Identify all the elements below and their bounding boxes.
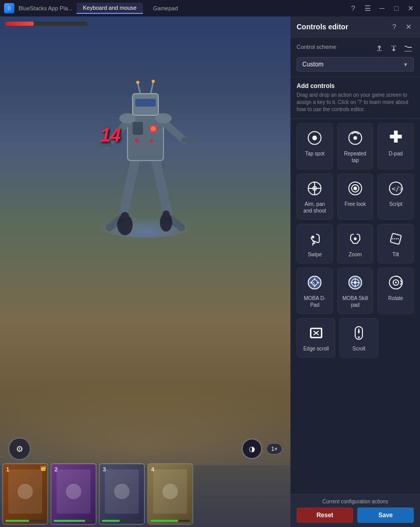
repeated-tap-icon [346, 129, 364, 147]
char-card-4[interactable]: 4 [147, 463, 193, 525]
svg-text:♣: ♣ [134, 136, 139, 144]
char-avatar-4 [162, 484, 178, 499]
char-num-3: 3 [103, 466, 106, 472]
char-hp-3 [102, 520, 142, 522]
control-zoom[interactable]: Zoom [337, 224, 374, 264]
panel-header: Controls editor ? ✕ [290, 16, 420, 38]
script-icon: </> [387, 179, 405, 198]
panel-close-icon[interactable]: ✕ [404, 22, 414, 32]
skill-button[interactable]: ⚙ [8, 437, 31, 460]
svg-point-8 [151, 126, 156, 131]
control-moba-dpad[interactable]: 5 MOBA D-Pad [297, 268, 333, 314]
panel-title: Controls editor [297, 23, 348, 31]
control-swipe[interactable]: Swipe [297, 224, 333, 264]
control-edge-scroll[interactable]: Edge scroll [297, 318, 335, 358]
zoom-icon [346, 230, 364, 248]
script-label: Script [389, 201, 403, 207]
control-tilt[interactable]: Tilt [377, 224, 414, 264]
moba-dpad-label: MOBA D-Pad [300, 295, 330, 308]
svg-point-30 [353, 136, 357, 139]
control-scroll[interactable]: Scroll [339, 318, 378, 358]
save-button[interactable]: Save [357, 507, 414, 523]
control-tap-spot[interactable]: Tap spot [297, 123, 333, 169]
controls-row-4: 5 MOBA D-Pad [297, 268, 414, 314]
control-moba-skill[interactable]: MOBA Skill pad [337, 268, 374, 314]
health-bar [5, 22, 87, 26]
char-face-1 [8, 469, 42, 514]
bottom-actions: Current configuration actions Reset Save [290, 494, 420, 527]
controls-row-5: Edge scroll Scroll [297, 318, 414, 358]
char-hp-fill-1 [5, 520, 29, 522]
window-controls: ? ☰ ─ □ ✕ [348, 3, 416, 13]
scheme-label: Control scheme [297, 44, 336, 50]
edge-scroll-icon [307, 324, 325, 342]
d-pad-icon [387, 129, 405, 147]
health-fill [5, 22, 34, 26]
control-d-pad[interactable]: D-pad [377, 123, 414, 169]
game-area[interactable]: ♣ ♠ 14 ⚙ ◑ 1× [0, 16, 290, 527]
controls-row-2: Aim, pan and shoot Free look [297, 173, 414, 220]
mech-svg: ♣ ♠ [74, 37, 217, 243]
tab-keyboard[interactable]: Keyboard and mouse [77, 3, 143, 14]
svg-line-16 [163, 122, 184, 140]
app-name: BlueStacks App Pla... [19, 5, 72, 11]
help-icon[interactable]: ? [389, 22, 399, 32]
char-hp-4 [150, 520, 190, 522]
close-icon[interactable]: ✕ [406, 3, 416, 13]
menu-icon[interactable]: ☰ [362, 3, 373, 13]
char-avatar-3 [114, 484, 130, 499]
tab-gamepad[interactable]: Gamepad [147, 3, 184, 13]
char-avatar-2 [66, 484, 81, 499]
hud-row: ⚙ ◑ 1× [0, 437, 290, 460]
aim-pan-shoot-label: Aim, pan and shoot [300, 201, 330, 214]
moba-skill-label: MOBA Skill pad [341, 295, 370, 308]
char-crown-1: 👑 [40, 465, 46, 471]
svg-point-26 [162, 210, 170, 218]
swipe-label: Swipe [308, 251, 322, 258]
controls-grid: Tap spot Repeated tap [290, 119, 420, 494]
control-rotate[interactable]: Rotate [377, 268, 414, 314]
moba-skill-icon [346, 273, 364, 292]
char-cards: 👑 1 2 3 [0, 461, 290, 527]
rotate-icon [387, 273, 405, 292]
svg-line-12 [151, 82, 153, 94]
tilt-label: Tilt [392, 251, 399, 258]
zoom-label: Zoom [349, 251, 362, 258]
rotate-label: Rotate [388, 295, 403, 302]
svg-point-36 [353, 186, 357, 190]
scheme-folder-icon[interactable] [403, 43, 414, 54]
control-aim-pan-shoot[interactable]: Aim, pan and shoot [297, 173, 333, 220]
svg-text:</>: </> [392, 185, 403, 192]
hud-badge: 1× [266, 443, 282, 454]
swipe-icon [305, 230, 324, 248]
repeated-tap-label: Repeated tap [341, 150, 370, 164]
scheme-select[interactable]: Custom ▼ [297, 57, 414, 72]
char-num-2: 2 [54, 466, 58, 472]
maximize-icon[interactable]: □ [391, 3, 401, 13]
char-card-2[interactable]: 2 [50, 463, 97, 525]
tap-spot-icon [305, 129, 324, 147]
svg-point-19 [119, 113, 136, 124]
edge-scroll-label: Edge scroll [303, 345, 328, 352]
center-hud-btn[interactable]: ◑ [242, 438, 262, 459]
control-script[interactable]: </> Script [377, 173, 414, 220]
scheme-upload-icon[interactable] [374, 43, 385, 54]
char-face-3 [105, 469, 139, 514]
reset-button[interactable]: Reset [297, 507, 353, 523]
control-repeated-tap[interactable]: Repeated tap [337, 123, 374, 169]
tab-gamepad-label: Gamepad [153, 5, 178, 11]
char-card-3[interactable]: 3 [99, 463, 145, 525]
free-look-icon [346, 179, 364, 198]
scheme-export-icon[interactable] [388, 43, 399, 54]
scroll-icon [350, 324, 368, 342]
control-free-look[interactable]: Free look [337, 173, 374, 220]
controls-row-1: Tap spot Repeated tap [297, 123, 414, 169]
svg-text:♠: ♠ [150, 136, 154, 144]
svg-rect-10 [135, 99, 156, 107]
char-avatar-1 [17, 484, 33, 499]
svg-point-14 [152, 80, 155, 83]
char-card-1[interactable]: 👑 1 [2, 463, 48, 525]
minimize-icon[interactable]: ─ [377, 3, 387, 13]
add-controls-title: Add controls [297, 82, 414, 90]
question-icon[interactable]: ? [348, 3, 358, 13]
